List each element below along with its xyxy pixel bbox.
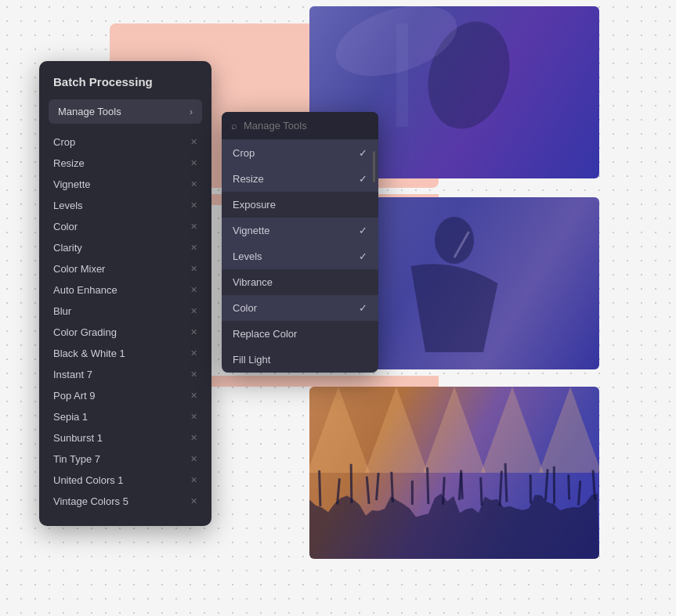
- tool-item-bw1[interactable]: Black & White 1 ✕: [39, 343, 211, 364]
- tool-item-color-mixer[interactable]: Color Mixer ✕: [39, 258, 211, 279]
- dropdown-item-label: Resize: [233, 173, 264, 185]
- tool-label: Sunburst 1: [53, 432, 103, 444]
- tool-list: Crop ✕ Resize ✕ Vignette ✕ Levels ✕ Colo…: [39, 131, 211, 512]
- dropdown-item-label: Vignette: [233, 225, 269, 236]
- tool-item-popart9[interactable]: Pop Art 9 ✕: [39, 385, 211, 406]
- tool-label: Color Mixer: [53, 263, 105, 275]
- tool-label: Auto Enhance: [53, 284, 117, 296]
- tool-label: Resize: [53, 157, 85, 169]
- dropdown-item-label: Crop: [233, 147, 255, 159]
- remove-tool-icon[interactable]: ✕: [190, 179, 197, 189]
- dropdown-search-bar: ⌕ ✕: [222, 112, 378, 140]
- tool-label: Color Grading: [53, 326, 117, 338]
- dropdown-item-vibrance[interactable]: Vibrance: [222, 269, 378, 295]
- remove-tool-icon[interactable]: ✕: [190, 327, 197, 337]
- remove-tool-icon[interactable]: ✕: [190, 222, 197, 232]
- tool-item-clarity[interactable]: Clarity ✕: [39, 237, 211, 258]
- tool-label: Instant 7: [53, 369, 92, 380]
- check-icon: ✓: [359, 225, 367, 236]
- remove-tool-icon[interactable]: ✕: [190, 264, 197, 274]
- remove-tool-icon[interactable]: ✕: [190, 158, 197, 168]
- dropdown-item-vignette[interactable]: Vignette ✓: [222, 218, 378, 243]
- check-icon: ✓: [359, 147, 367, 159]
- dropdown-item-exposure[interactable]: Exposure: [222, 192, 378, 218]
- tool-item-sepia1[interactable]: Sepia 1 ✕: [39, 406, 211, 427]
- dropdown-item-label: Fill Light: [233, 354, 270, 366]
- tool-label: Crop: [53, 136, 75, 148]
- remove-tool-icon[interactable]: ✕: [190, 454, 197, 464]
- tool-label: Clarity: [53, 242, 82, 254]
- batch-panel: Batch Processing Manage Tools › Crop ✕ R…: [39, 61, 211, 526]
- dropdown-item-label: Exposure: [233, 199, 276, 211]
- tool-item-crop[interactable]: Crop ✕: [39, 131, 211, 153]
- dropdown-list: Crop ✓ Resize ✓ Exposure Vignette ✓ Leve…: [222, 140, 378, 373]
- tool-item-vintagecolors5[interactable]: Vintage Colors 5 ✕: [39, 491, 211, 512]
- check-icon: ✓: [359, 250, 367, 262]
- remove-tool-icon[interactable]: ✕: [190, 391, 197, 401]
- panel-title: Batch Processing: [39, 75, 211, 99]
- check-icon: ✓: [359, 173, 367, 185]
- dropdown-item-resize[interactable]: Resize ✓: [222, 166, 378, 192]
- tool-item-auto-enhance[interactable]: Auto Enhance ✕: [39, 279, 211, 301]
- dropdown-item-color[interactable]: Color ✓: [222, 295, 378, 321]
- tool-label: Levels: [53, 200, 83, 211]
- remove-tool-icon[interactable]: ✕: [190, 496, 197, 506]
- dropdown-item-crop[interactable]: Crop ✓: [222, 140, 378, 166]
- tool-label: Tin Type 7: [53, 453, 100, 465]
- remove-tool-icon[interactable]: ✕: [190, 306, 197, 316]
- scrollbar[interactable]: [373, 151, 375, 182]
- tool-label: Black & White 1: [53, 348, 125, 359]
- tool-label: United Colors 1: [53, 474, 124, 486]
- dropdown-item-fill-light[interactable]: Fill Light: [222, 347, 378, 373]
- tool-label: Blur: [53, 305, 71, 317]
- remove-tool-icon[interactable]: ✕: [190, 475, 197, 485]
- remove-tool-icon[interactable]: ✕: [190, 433, 197, 443]
- dropdown-item-label: Levels: [233, 250, 262, 262]
- manage-tools-label: Manage Tools: [58, 106, 121, 117]
- remove-tool-icon[interactable]: ✕: [190, 348, 197, 358]
- dropdown-item-label: Vibrance: [233, 276, 273, 288]
- chevron-right-icon: ›: [190, 106, 193, 117]
- tool-label: Pop Art 9: [53, 390, 95, 402]
- photo-concert: [309, 387, 599, 559]
- remove-tool-icon[interactable]: ✕: [190, 285, 197, 295]
- remove-tool-icon[interactable]: ✕: [190, 369, 197, 380]
- tool-item-color[interactable]: Color ✕: [39, 216, 211, 237]
- remove-tool-icon[interactable]: ✕: [190, 200, 197, 211]
- tool-item-resize[interactable]: Resize ✕: [39, 153, 211, 174]
- tool-item-blur[interactable]: Blur ✕: [39, 301, 211, 322]
- tool-label: Color: [53, 221, 78, 232]
- dropdown-item-replace-color[interactable]: Replace Color: [222, 321, 378, 347]
- tool-label: Sepia 1: [53, 411, 88, 423]
- manage-tools-button[interactable]: Manage Tools ›: [49, 99, 202, 124]
- search-input[interactable]: [244, 120, 375, 131]
- tool-item-instant7[interactable]: Instant 7 ✕: [39, 364, 211, 385]
- tool-item-tintype7[interactable]: Tin Type 7 ✕: [39, 448, 211, 470]
- dropdown-item-levels[interactable]: Levels ✓: [222, 243, 378, 269]
- photo-concert-canvas: [309, 387, 599, 559]
- dropdown-item-label: Replace Color: [233, 328, 297, 340]
- tool-label: Vignette: [53, 178, 90, 190]
- search-icon: ⌕: [231, 120, 237, 131]
- tool-item-unitedcolors1[interactable]: United Colors 1 ✕: [39, 470, 211, 491]
- tool-item-vignette[interactable]: Vignette ✕: [39, 174, 211, 195]
- remove-tool-icon[interactable]: ✕: [190, 137, 197, 147]
- remove-tool-icon[interactable]: ✕: [190, 243, 197, 253]
- manage-tools-dropdown: ⌕ ✕ Crop ✓ Resize ✓ Exposure Vignette ✓ …: [222, 112, 378, 373]
- dropdown-item-label: Color: [233, 302, 257, 314]
- tool-item-color-grading[interactable]: Color Grading ✕: [39, 322, 211, 343]
- tool-label: Vintage Colors 5: [53, 495, 128, 507]
- remove-tool-icon[interactable]: ✕: [190, 412, 197, 422]
- tool-item-sunburst1[interactable]: Sunburst 1 ✕: [39, 427, 211, 448]
- tool-item-levels[interactable]: Levels ✕: [39, 195, 211, 216]
- check-icon: ✓: [359, 302, 367, 314]
